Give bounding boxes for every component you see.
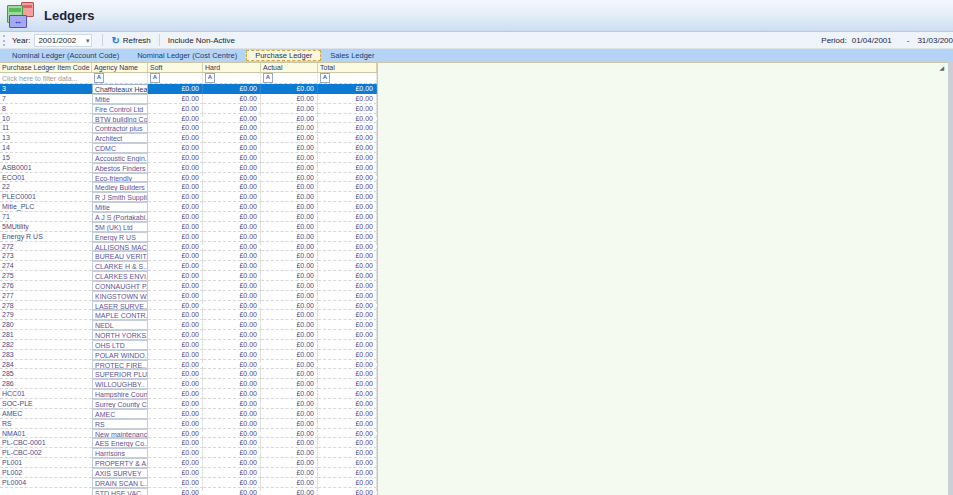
right-scrollbar-strip[interactable]: [948, 62, 953, 495]
table-row[interactable]: NMA01New maintenanc..£0.00£0.00£0.00£0.0…: [0, 429, 377, 439]
tab-purchase-ledger[interactable]: Purchase Ledger: [246, 50, 321, 61]
total-cell: £0.00: [318, 222, 377, 232]
column-header-soft[interactable]: Soft: [148, 63, 203, 72]
filter-cell[interactable]: A: [148, 73, 203, 83]
actual-cell: £0.00: [261, 369, 318, 379]
total-cell: £0.00: [318, 251, 377, 261]
table-row[interactable]: 14CDMC£0.00£0.00£0.00£0.00: [0, 143, 377, 153]
table-row[interactable]: HCC01Hampshire Coun..£0.00£0.00£0.00£0.0…: [0, 389, 377, 399]
refresh-button[interactable]: ↻ Refresh: [108, 35, 153, 46]
table-row[interactable]: 272ALLISONS MAC..£0.00£0.00£0.00£0.00: [0, 242, 377, 252]
soft-cell: £0.00: [148, 261, 203, 271]
table-row[interactable]: 281NORTH YORKS..£0.00£0.00£0.00£0.00: [0, 330, 377, 340]
table-row[interactable]: 280NEDL£0.00£0.00£0.00£0.00: [0, 320, 377, 330]
filter-cell[interactable]: A: [203, 73, 261, 83]
column-header-hard[interactable]: Hard: [203, 63, 261, 72]
table-row[interactable]: 3Chaffoteaux Hea..£0.00£0.00£0.00£0.00: [0, 84, 377, 94]
tab-nominal-ledger-cost-centre[interactable]: Nominal Ledger (Cost Centre): [128, 50, 246, 61]
table-row[interactable]: 286WILLOUGHBY..£0.00£0.00£0.00£0.00: [0, 379, 377, 389]
table-row[interactable]: 282OHS LTD£0.00£0.00£0.00£0.00: [0, 340, 377, 350]
soft-cell: £0.00: [148, 369, 203, 379]
filter-type-icon[interactable]: A: [94, 73, 104, 83]
hard-cell: £0.00: [203, 212, 261, 222]
filter-cell[interactable]: A: [92, 73, 148, 83]
table-row[interactable]: RSRS£0.00£0.00£0.00£0.00: [0, 419, 377, 429]
table-row[interactable]: PL002AXIS SURVEY£0.00£0.00£0.00£0.00: [0, 468, 377, 478]
include-non-active-button[interactable]: Include Non-Active: [165, 35, 238, 46]
hard-cell: £0.00: [203, 438, 261, 448]
agency-name-cell: Mitie: [92, 202, 148, 212]
item-code-cell: 11: [0, 123, 92, 133]
agency-name-cell: OHS LTD: [92, 340, 148, 350]
column-header-total[interactable]: Total: [318, 63, 377, 72]
hard-cell: £0.00: [203, 143, 261, 153]
table-row[interactable]: ECO01Eco-friendly£0.00£0.00£0.00£0.00: [0, 173, 377, 183]
grid-corner-icon[interactable]: ◢: [939, 65, 944, 71]
column-header-purchase-ledger-item-code[interactable]: Purchase Ledger Item Code: [0, 63, 92, 72]
hard-cell: £0.00: [203, 310, 261, 320]
table-row[interactable]: 279MAPLE CONTR..£0.00£0.00£0.00£0.00: [0, 310, 377, 320]
table-row[interactable]: PL001PROPERTY & A..£0.00£0.00£0.00£0.00: [0, 458, 377, 468]
table-row[interactable]: 8Fire Control Ltd£0.00£0.00£0.00£0.00: [0, 104, 377, 114]
table-row[interactable]: 276CONNAUGHT P..£0.00£0.00£0.00£0.00: [0, 281, 377, 291]
table-row[interactable]: 285SUPERIOR PLU..£0.00£0.00£0.00£0.00: [0, 369, 377, 379]
table-row[interactable]: AMECAMEC£0.00£0.00£0.00£0.00: [0, 409, 377, 419]
table-row[interactable]: 283POLAR WINDO..£0.00£0.00£0.00£0.00: [0, 350, 377, 360]
period-separator: -: [907, 36, 910, 45]
item-code-cell: [0, 488, 92, 495]
table-row[interactable]: Energy R USEnergy R US£0.00£0.00£0.00£0.…: [0, 232, 377, 242]
filter-type-icon[interactable]: A: [205, 73, 215, 83]
table-row[interactable]: 5MUtility5M (UK) Ltd£0.00£0.00£0.00£0.00: [0, 222, 377, 232]
table-row[interactable]: SOC-PLESurrey County C..£0.00£0.00£0.00£…: [0, 399, 377, 409]
hard-cell: £0.00: [203, 251, 261, 261]
table-row[interactable]: ASB0001Abestos Finders£0.00£0.00£0.00£0.…: [0, 163, 377, 173]
table-row[interactable]: 11Contractor plus£0.00£0.00£0.00£0.00: [0, 123, 377, 133]
toolbar-grip[interactable]: [3, 35, 7, 46]
table-row[interactable]: PL-CBC-002Harrisons£0.00£0.00£0.00£0.00: [0, 448, 377, 458]
table-row[interactable]: 274CLARKE H & S..£0.00£0.00£0.00£0.00: [0, 261, 377, 271]
table-row[interactable]: 13Architect£0.00£0.00£0.00£0.00: [0, 133, 377, 143]
table-row[interactable]: 273BUREAU VERIT..£0.00£0.00£0.00£0.00: [0, 251, 377, 261]
year-combobox[interactable]: 2001/2002 ▾: [34, 34, 92, 47]
table-row[interactable]: 277KINGSTOWN W..£0.00£0.00£0.00£0.00: [0, 291, 377, 301]
table-row[interactable]: 7Mitie£0.00£0.00£0.00£0.00: [0, 94, 377, 104]
column-header-actual[interactable]: Actual: [261, 63, 318, 72]
table-row[interactable]: 275CLARKES ENVI..£0.00£0.00£0.00£0.00: [0, 271, 377, 281]
soft-cell: £0.00: [148, 153, 203, 163]
table-row[interactable]: 15Accoustic Engin..£0.00£0.00£0.00£0.00: [0, 153, 377, 163]
total-cell: £0.00: [318, 438, 377, 448]
chevron-down-icon[interactable]: ▾: [86, 37, 90, 44]
filter-cell[interactable]: A: [318, 73, 377, 83]
filter-cell[interactable]: A: [261, 73, 318, 83]
soft-cell: £0.00: [148, 301, 203, 311]
total-cell: £0.00: [318, 330, 377, 340]
agency-name-cell: NORTH YORKS..: [92, 330, 148, 340]
item-code-cell: 284: [0, 360, 92, 370]
tab-sales-ledger[interactable]: Sales Ledger: [321, 50, 383, 61]
table-row[interactable]: 22Medley Builders£0.00£0.00£0.00£0.00: [0, 182, 377, 192]
hard-cell: £0.00: [203, 360, 261, 370]
table-row[interactable]: 284PROTEC FIRE..£0.00£0.00£0.00£0.00: [0, 360, 377, 370]
table-row[interactable]: PL0004DRAIN SCAN L..£0.00£0.00£0.00£0.00: [0, 478, 377, 488]
total-cell: £0.00: [318, 271, 377, 281]
table-row[interactable]: Mitie_PLCMitie£0.00£0.00£0.00£0.00: [0, 202, 377, 212]
hard-cell: £0.00: [203, 94, 261, 104]
total-cell: £0.00: [318, 478, 377, 488]
agency-name-cell: SUPERIOR PLU..: [92, 369, 148, 379]
filter-type-icon[interactable]: A: [320, 73, 330, 83]
table-row[interactable]: 71A J S (Portakabi..£0.00£0.00£0.00£0.00: [0, 212, 377, 222]
total-cell: £0.00: [318, 261, 377, 271]
filter-type-icon[interactable]: A: [150, 73, 160, 83]
filter-hint-cell[interactable]: Click here to filter data...: [0, 75, 92, 82]
table-row[interactable]: PLEC0001R J Smith Suppli..£0.00£0.00£0.0…: [0, 192, 377, 202]
table-row[interactable]: 278LASER SURVE..£0.00£0.00£0.00£0.00: [0, 301, 377, 311]
table-row-partial[interactable]: STD HSE VAC£0.00£0.00£0.00£0.00: [0, 488, 377, 495]
filter-type-icon[interactable]: A: [263, 73, 273, 83]
item-code-cell: 280: [0, 320, 92, 330]
hard-cell: £0.00: [203, 133, 261, 143]
table-row[interactable]: 10BTW building Co£0.00£0.00£0.00£0.00: [0, 114, 377, 124]
tab-nominal-ledger-account-code[interactable]: Nominal Ledger (Account Code): [3, 50, 128, 61]
column-header-agency-name[interactable]: Agency Name: [92, 63, 148, 72]
table-row[interactable]: PL-CBC-0001AES Energy Co..£0.00£0.00£0.0…: [0, 438, 377, 448]
total-cell: £0.00: [318, 419, 377, 429]
